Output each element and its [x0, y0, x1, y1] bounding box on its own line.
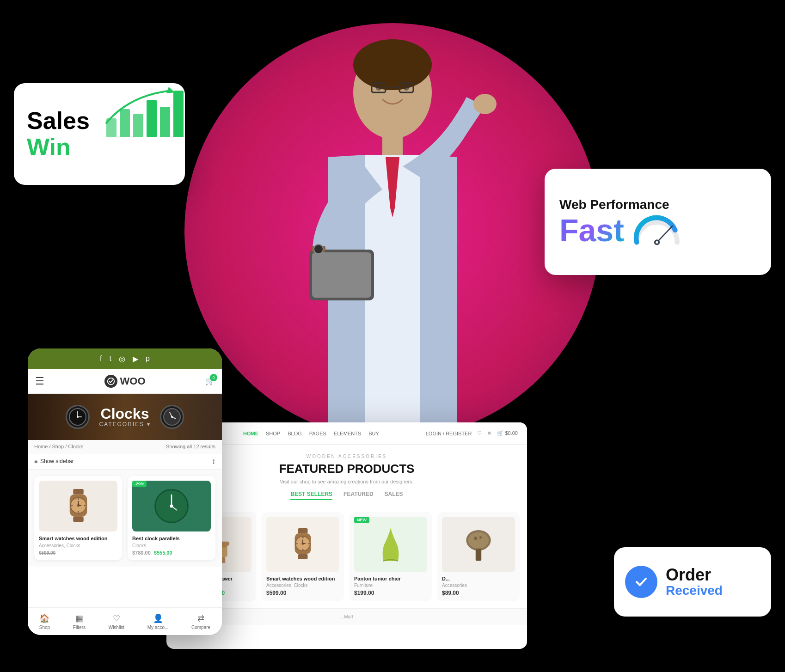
- tab-featured[interactable]: FEATURED: [343, 491, 373, 500]
- mobile-toolbar: ≡ Show sidebar ↕: [28, 453, 222, 470]
- web-perf-title: Web Performance: [559, 197, 756, 212]
- show-sidebar-button[interactable]: ≡ Show sidebar: [34, 458, 74, 464]
- tab-sales[interactable]: SALES: [385, 491, 403, 500]
- product-price-2: $780.00 $555.00: [132, 550, 211, 556]
- desktop-product-card-4: D... Accessories $89.00: [437, 512, 520, 601]
- order-text: Order Received: [666, 566, 723, 598]
- mobile-breadcrumb: Home / Shop / Clocks Showing all 12 resu…: [28, 440, 222, 453]
- filters-label: Filters: [73, 625, 86, 630]
- nav-wishlist-icon[interactable]: ♡: [477, 430, 482, 436]
- speedometer-icon: [632, 214, 682, 246]
- svg-point-35: [84, 504, 86, 506]
- product-image-1: [39, 481, 117, 531]
- svg-rect-12: [312, 252, 371, 298]
- nav-shop[interactable]: SHOP: [266, 431, 280, 436]
- svg-point-63: [474, 537, 477, 540]
- wishlist-label: Wishlist: [109, 625, 124, 630]
- woo-logo-circle: [104, 375, 117, 388]
- mobile-topbar: f t ◎ ▶ p: [28, 348, 222, 369]
- mobile-product-card-2: -29% Best clock parallels Clocks $780.00…: [128, 476, 215, 560]
- product-name-2: Best clock parallels: [132, 535, 211, 542]
- instagram-icon: ◎: [119, 354, 125, 363]
- featured-subtitle: Visit our shop to see amazing creations …: [176, 479, 518, 484]
- nav-cart[interactable]: 🛒 $0.00: [497, 430, 518, 436]
- desktop-product-card-3: NEW Panton tunior chair Furniture $199.0…: [350, 512, 432, 601]
- web-perf-fast-text: Fast: [559, 214, 624, 246]
- facebook-icon: f: [100, 354, 102, 363]
- cart-badge: 0: [210, 374, 217, 381]
- svg-rect-61: [476, 549, 481, 561]
- hamburger-icon[interactable]: ☰: [35, 375, 44, 387]
- footer-compare[interactable]: ⇄ Compare: [191, 613, 210, 630]
- desktop-product-name-2: Smart watches wood edition: [266, 576, 339, 581]
- desktop-product-cat-3: Furniture: [354, 583, 427, 588]
- account-label: My acco...: [147, 625, 169, 630]
- cart-icon-wrap[interactable]: 🛒 0: [205, 377, 215, 385]
- nav-blog[interactable]: BLOG: [288, 431, 302, 436]
- wishlist-icon: ♡: [113, 613, 120, 623]
- youtube-icon: ▶: [133, 354, 138, 363]
- hero-person: [231, 14, 554, 476]
- desktop-nav-right: LOGIN / REGISTER ♡ ✕ 🛒 $0.00: [426, 430, 518, 436]
- footer-filters[interactable]: ▦ Filters: [73, 613, 86, 630]
- svg-rect-38: [73, 517, 84, 522]
- svg-point-32: [77, 498, 79, 500]
- sale-badge-2: -29%: [132, 481, 147, 487]
- mobile-mockup: f t ◎ ▶ p ☰ WOO 🛒 0: [28, 348, 222, 635]
- filters-icon: ▦: [75, 613, 83, 623]
- sales-win-card: Sales Win: [14, 83, 185, 185]
- footer-account[interactable]: 👤 My acco...: [147, 613, 169, 630]
- svg-point-56: [308, 543, 310, 545]
- woo-logo: WOO: [104, 375, 146, 388]
- shop-icon: 🏠: [39, 613, 49, 623]
- svg-point-54: [302, 549, 304, 551]
- footer-wishlist[interactable]: ♡ Wishlist: [109, 613, 124, 630]
- mobile-product-card-1: Smart watches wood edition Accessories, …: [34, 476, 122, 560]
- mobile-footer: 🏠 Shop ▦ Filters ♡ Wishlist 👤 My acco...…: [28, 607, 222, 635]
- svg-point-3: [404, 85, 409, 91]
- mobile-header: ☰ WOO 🛒 0: [28, 369, 222, 394]
- desktop-product-price-3: $199.00: [354, 590, 427, 596]
- nav-search-icon[interactable]: ✕: [487, 430, 491, 436]
- shop-label: Shop: [39, 625, 50, 630]
- product-tabs: BEST SELLERS FEATURED SALES: [176, 491, 518, 500]
- product-cat-2: Clocks: [132, 543, 211, 548]
- login-register-link[interactable]: LOGIN / REGISTER: [426, 431, 472, 436]
- svg-point-53: [302, 537, 304, 538]
- svg-point-62: [468, 532, 489, 549]
- sales-chart: [106, 91, 176, 137]
- tab-best-sellers[interactable]: BEST SELLERS: [290, 491, 332, 500]
- svg-point-14: [314, 244, 323, 254]
- clock-icon-left: [66, 405, 90, 429]
- nav-buy[interactable]: BUY: [368, 431, 379, 436]
- svg-point-64: [479, 536, 482, 538]
- svg-point-2: [376, 85, 381, 91]
- desktop-nav-links: HOME SHOP BLOG PAGES ELEMENTS BUY: [243, 431, 379, 436]
- web-perf-fast-row: Fast: [559, 214, 756, 246]
- nav-elements[interactable]: ELEMENTS: [334, 431, 361, 436]
- account-icon: 👤: [153, 613, 163, 623]
- svg-point-23: [77, 416, 79, 418]
- svg-point-1: [353, 39, 432, 90]
- nav-home[interactable]: HOME: [243, 431, 258, 436]
- svg-rect-7: [382, 134, 403, 157]
- nav-pages[interactable]: PAGES: [309, 431, 326, 436]
- desktop-product-cat-4: Accessories: [442, 583, 515, 588]
- pinterest-icon: p: [146, 354, 150, 363]
- clocks-title: Clocks CATEGORIES ▾: [99, 406, 150, 428]
- sort-icon[interactable]: ↕: [212, 457, 215, 465]
- svg-rect-59: [298, 554, 308, 559]
- footer-shop[interactable]: 🏠 Shop: [39, 613, 50, 630]
- desktop-product-price-4: $89.00: [442, 590, 515, 596]
- product-cat-1: Accessories, Clocks: [39, 543, 117, 548]
- twitter-icon: t: [110, 354, 111, 363]
- mobile-products-grid: Smart watches wood edition Accessories, …: [28, 470, 222, 567]
- clock-icon-right: [160, 405, 184, 429]
- svg-line-16: [657, 226, 672, 242]
- clocks-heading: Clocks: [99, 406, 150, 421]
- woo-logo-text: WOO: [120, 375, 146, 387]
- svg-point-27: [171, 416, 173, 418]
- order-label: Order: [666, 566, 723, 584]
- desktop-product-card-2: Smart watches wood edition Accessories, …: [262, 512, 344, 601]
- svg-point-18: [656, 241, 658, 244]
